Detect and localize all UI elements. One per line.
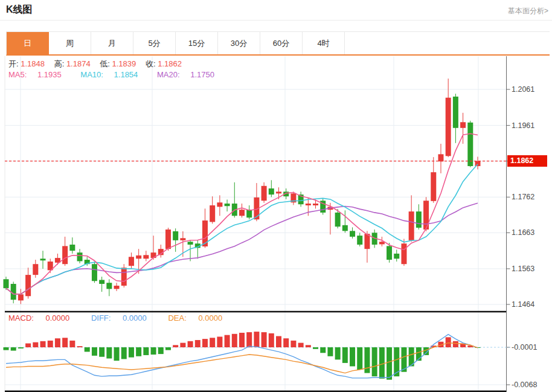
candle-down bbox=[106, 283, 112, 289]
candle-down bbox=[246, 210, 252, 217]
macd-hist-bar bbox=[48, 341, 53, 347]
macd-hist-bar bbox=[77, 346, 83, 347]
macd-hist-bar bbox=[254, 332, 259, 347]
macd-hist-bar bbox=[225, 335, 230, 347]
tab-月[interactable]: 月 bbox=[91, 32, 133, 54]
candle-up bbox=[210, 205, 215, 222]
macd-hist-bar bbox=[372, 347, 377, 376]
macd-hist-bar bbox=[239, 333, 245, 347]
candle-down bbox=[40, 259, 46, 260]
macd-hist-bar bbox=[232, 334, 237, 347]
ohlc-readout: 开: 1.1848 高: 1.1874 低: 1.1839 收: 1.1862 bbox=[8, 59, 189, 69]
macd-hist-bar bbox=[262, 332, 267, 347]
macd-hist-bar bbox=[342, 347, 348, 363]
macd-hist-bar bbox=[180, 343, 185, 347]
macd-hist-bar bbox=[173, 345, 178, 347]
macd-hist-bar bbox=[55, 338, 60, 347]
current-price-label: 1.1862 bbox=[507, 155, 547, 167]
candle-up bbox=[114, 286, 120, 289]
open-label: 开: bbox=[8, 59, 19, 68]
candle-down bbox=[453, 97, 458, 128]
candle-down bbox=[77, 252, 83, 261]
ma-readout: MA5: 1.1935 MA10: 1.1854 MA20: 1.1750 bbox=[8, 70, 231, 79]
dea-value-readout: DEA: 0.0000 bbox=[168, 313, 232, 323]
macd-panel bbox=[4, 332, 510, 380]
tab-60分[interactable]: 60分 bbox=[260, 32, 303, 54]
low-label: 低: bbox=[100, 59, 110, 68]
candle-up bbox=[180, 238, 185, 240]
candle-up bbox=[25, 275, 31, 296]
candle-up bbox=[262, 186, 267, 201]
macd-hist-bar bbox=[4, 347, 9, 350]
candle-up bbox=[129, 257, 134, 266]
macd-hist-bar bbox=[85, 347, 90, 352]
high-label: 高: bbox=[54, 59, 65, 68]
y-axis-tick-label: 1.1563 bbox=[512, 264, 534, 274]
candle-down bbox=[357, 236, 362, 245]
ma20-readout: MA20: 1.1750 bbox=[157, 70, 223, 79]
tab-日[interactable]: 日 bbox=[7, 32, 49, 54]
candle-down bbox=[11, 284, 16, 300]
candle-up bbox=[313, 204, 318, 205]
candle-down bbox=[225, 204, 230, 206]
candle-down bbox=[467, 123, 473, 166]
candle-up bbox=[62, 246, 68, 264]
y-axis-tick-label: 1.1961 bbox=[512, 121, 534, 130]
macd-hist-bar bbox=[290, 341, 296, 347]
macd-hist-bar bbox=[165, 347, 171, 350]
candle-down bbox=[173, 231, 178, 240]
macd-hist-bar bbox=[335, 347, 341, 359]
macd-hist-bar bbox=[276, 336, 281, 347]
high-value: 1.1874 bbox=[66, 59, 91, 68]
macd-hist-bar bbox=[217, 336, 222, 347]
tab-4时[interactable]: 4时 bbox=[303, 32, 345, 54]
macd-hist-bar bbox=[320, 347, 326, 353]
chart-area: 开: 1.1848 高: 1.1874 低: 1.1839 收: 1.1862 … bbox=[0, 56, 552, 392]
macd-hist-bar bbox=[283, 338, 289, 347]
macd-readout: MACD: 0.0000 DIFF: 0.0000 DEA: 0.0000 bbox=[8, 313, 242, 323]
ma10-readout: MA10: 1.1854 bbox=[80, 70, 146, 79]
close-value: 1.1862 bbox=[158, 59, 182, 68]
candle-up bbox=[18, 294, 24, 300]
macd-hist-bar bbox=[446, 337, 451, 347]
macd-hist-bar bbox=[364, 347, 370, 373]
tab-30分[interactable]: 30分 bbox=[218, 32, 260, 54]
macd-hist-bar bbox=[350, 347, 355, 366]
candle-up bbox=[143, 255, 149, 259]
candle-down bbox=[188, 242, 193, 245]
candle-down bbox=[69, 245, 75, 251]
candle-up bbox=[475, 161, 480, 166]
macd-hist-bar bbox=[143, 347, 149, 355]
tab-15分[interactable]: 15分 bbox=[176, 32, 218, 54]
macd-hist-bar bbox=[379, 347, 385, 379]
candle-down bbox=[350, 231, 355, 237]
candle-up bbox=[136, 255, 141, 259]
kline-page: K线图 基本面分析> 日周月5分15分30分60分4时 开: 1.1848 高:… bbox=[0, 0, 552, 392]
candle-down bbox=[335, 213, 341, 227]
y-axis-tick-label: 1.1663 bbox=[512, 228, 534, 237]
macd-hist-bar bbox=[11, 347, 16, 351]
candle-up bbox=[431, 172, 436, 201]
macd-hist-bar bbox=[151, 347, 156, 355]
macd-hist-bar bbox=[453, 341, 458, 347]
macd-hist-bar bbox=[246, 332, 252, 347]
close-label: 收: bbox=[146, 59, 156, 68]
macd-hist-bar bbox=[92, 347, 97, 356]
macd-hist-bar bbox=[69, 341, 75, 347]
macd-hist-bar bbox=[269, 333, 274, 347]
page-title: K线图 bbox=[6, 4, 33, 16]
candle-up bbox=[121, 268, 127, 286]
macd-hist-bar bbox=[106, 347, 112, 359]
macd-hist-bar bbox=[18, 347, 24, 349]
candle-up bbox=[306, 204, 311, 205]
macd-hist-bar bbox=[99, 347, 104, 357]
candle-down bbox=[394, 254, 399, 259]
tab-5分[interactable]: 5分 bbox=[133, 32, 176, 54]
candle-down bbox=[416, 211, 422, 228]
fundamental-analysis-link[interactable]: 基本面分析> bbox=[508, 6, 548, 16]
macd-hist-bar bbox=[62, 338, 68, 347]
macd-hist-bar bbox=[306, 345, 311, 347]
macd-hist-bar bbox=[25, 344, 31, 347]
ma5-readout: MA5: 1.1935 bbox=[8, 70, 70, 79]
tab-周[interactable]: 周 bbox=[49, 32, 91, 54]
